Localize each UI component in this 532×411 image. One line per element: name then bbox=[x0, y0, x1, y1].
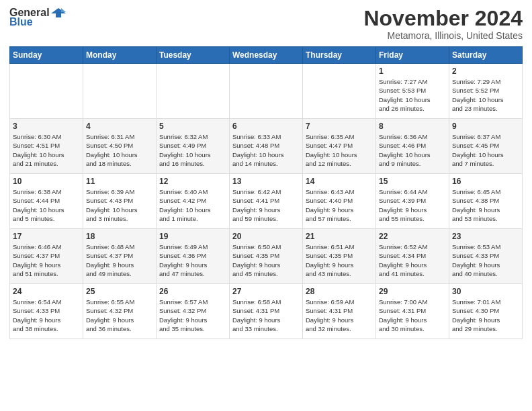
svg-marker-1 bbox=[61, 8, 66, 12]
col-header-thursday: Thursday bbox=[303, 47, 376, 64]
calendar-cell: 10Sunrise: 6:38 AM Sunset: 4:44 PM Dayli… bbox=[10, 174, 83, 229]
day-info: Sunrise: 6:30 AM Sunset: 4:51 PM Dayligh… bbox=[13, 132, 80, 168]
calendar-cell: 21Sunrise: 6:51 AM Sunset: 4:35 PM Dayli… bbox=[303, 229, 376, 284]
col-header-friday: Friday bbox=[376, 47, 449, 64]
col-header-saturday: Saturday bbox=[449, 47, 523, 64]
calendar-week-row: 3Sunrise: 6:30 AM Sunset: 4:51 PM Daylig… bbox=[10, 119, 523, 174]
day-number: 23 bbox=[452, 232, 519, 241]
calendar-cell: 27Sunrise: 6:58 AM Sunset: 4:31 PM Dayli… bbox=[230, 284, 303, 339]
day-number: 13 bbox=[232, 177, 300, 186]
day-info: Sunrise: 6:31 AM Sunset: 4:50 PM Dayligh… bbox=[86, 132, 153, 168]
day-info: Sunrise: 6:39 AM Sunset: 4:43 PM Dayligh… bbox=[86, 187, 153, 223]
col-header-tuesday: Tuesday bbox=[157, 47, 230, 64]
day-number: 5 bbox=[159, 122, 226, 131]
calendar-cell: 14Sunrise: 6:43 AM Sunset: 4:40 PM Dayli… bbox=[303, 174, 376, 229]
day-info: Sunrise: 6:35 AM Sunset: 4:47 PM Dayligh… bbox=[306, 132, 373, 168]
day-number: 29 bbox=[379, 287, 446, 296]
title-section: November 2024 Metamora, Illinois, United… bbox=[363, 7, 523, 41]
day-number: 3 bbox=[13, 122, 80, 131]
day-number: 16 bbox=[452, 177, 519, 186]
day-number: 12 bbox=[159, 177, 226, 186]
calendar-cell: 4Sunrise: 6:31 AM Sunset: 4:50 PM Daylig… bbox=[83, 119, 157, 174]
day-info: Sunrise: 6:33 AM Sunset: 4:48 PM Dayligh… bbox=[232, 132, 300, 168]
day-info: Sunrise: 6:55 AM Sunset: 4:32 PM Dayligh… bbox=[86, 298, 153, 333]
calendar-header-row: SundayMondayTuesdayWednesdayThursdayFrid… bbox=[10, 47, 523, 64]
calendar-cell: 18Sunrise: 6:48 AM Sunset: 4:37 PM Dayli… bbox=[83, 229, 157, 284]
calendar-cell: 8Sunrise: 6:36 AM Sunset: 4:46 PM Daylig… bbox=[376, 119, 449, 174]
day-number: 26 bbox=[159, 287, 226, 296]
day-info: Sunrise: 6:52 AM Sunset: 4:34 PM Dayligh… bbox=[379, 242, 446, 278]
day-number: 24 bbox=[13, 287, 80, 296]
day-number: 18 bbox=[86, 232, 153, 241]
col-header-wednesday: Wednesday bbox=[230, 47, 303, 64]
page-container: General Blue November 2024 Metamora, Ill… bbox=[0, 0, 532, 411]
calendar-cell: 30Sunrise: 7:01 AM Sunset: 4:30 PM Dayli… bbox=[449, 284, 523, 339]
day-number: 21 bbox=[306, 232, 373, 241]
day-number: 17 bbox=[13, 232, 80, 241]
day-info: Sunrise: 6:48 AM Sunset: 4:37 PM Dayligh… bbox=[86, 242, 153, 278]
calendar-cell: 11Sunrise: 6:39 AM Sunset: 4:43 PM Dayli… bbox=[83, 174, 157, 229]
day-number: 1 bbox=[379, 66, 446, 76]
month-title: November 2024 bbox=[363, 7, 523, 30]
svg-marker-0 bbox=[51, 8, 66, 17]
day-number: 15 bbox=[379, 177, 446, 186]
location-subtitle: Metamora, Illinois, United States bbox=[363, 30, 523, 41]
day-info: Sunrise: 6:40 AM Sunset: 4:42 PM Dayligh… bbox=[159, 187, 226, 223]
col-header-sunday: Sunday bbox=[10, 47, 83, 64]
calendar-cell: 9Sunrise: 6:37 AM Sunset: 4:45 PM Daylig… bbox=[449, 119, 523, 174]
logo-text-blue: Blue bbox=[9, 16, 33, 28]
day-info: Sunrise: 6:54 AM Sunset: 4:33 PM Dayligh… bbox=[13, 298, 80, 333]
day-info: Sunrise: 6:51 AM Sunset: 4:35 PM Dayligh… bbox=[306, 242, 373, 278]
day-number: 4 bbox=[86, 122, 153, 131]
calendar-cell: 26Sunrise: 6:57 AM Sunset: 4:32 PM Dayli… bbox=[157, 284, 230, 339]
calendar-cell: 12Sunrise: 6:40 AM Sunset: 4:42 PM Dayli… bbox=[157, 174, 230, 229]
day-number: 19 bbox=[159, 232, 226, 241]
calendar-cell: 15Sunrise: 6:44 AM Sunset: 4:39 PM Dayli… bbox=[376, 174, 449, 229]
calendar-cell: 25Sunrise: 6:55 AM Sunset: 4:32 PM Dayli… bbox=[83, 284, 157, 339]
day-info: Sunrise: 6:50 AM Sunset: 4:35 PM Dayligh… bbox=[232, 242, 300, 278]
day-info: Sunrise: 7:00 AM Sunset: 4:31 PM Dayligh… bbox=[379, 298, 446, 333]
calendar-table: SundayMondayTuesdayWednesdayThursdayFrid… bbox=[9, 46, 523, 339]
day-info: Sunrise: 7:29 AM Sunset: 5:52 PM Dayligh… bbox=[452, 77, 519, 113]
day-info: Sunrise: 6:38 AM Sunset: 4:44 PM Dayligh… bbox=[13, 187, 80, 223]
day-number: 25 bbox=[86, 287, 153, 296]
day-number: 14 bbox=[306, 177, 373, 186]
day-number: 28 bbox=[306, 287, 373, 296]
calendar-cell: 20Sunrise: 6:50 AM Sunset: 4:35 PM Dayli… bbox=[230, 229, 303, 284]
calendar-cell: 16Sunrise: 6:45 AM Sunset: 4:38 PM Dayli… bbox=[449, 174, 523, 229]
calendar-week-row: 1Sunrise: 7:27 AM Sunset: 5:53 PM Daylig… bbox=[10, 64, 523, 119]
calendar-cell: 2Sunrise: 7:29 AM Sunset: 5:52 PM Daylig… bbox=[449, 64, 523, 119]
day-number: 8 bbox=[379, 122, 446, 131]
calendar-cell bbox=[230, 64, 303, 119]
day-number: 22 bbox=[379, 232, 446, 241]
day-number: 27 bbox=[232, 287, 300, 296]
day-info: Sunrise: 6:58 AM Sunset: 4:31 PM Dayligh… bbox=[232, 298, 300, 333]
calendar-cell: 17Sunrise: 6:46 AM Sunset: 4:37 PM Dayli… bbox=[10, 229, 83, 284]
day-info: Sunrise: 6:57 AM Sunset: 4:32 PM Dayligh… bbox=[159, 298, 226, 333]
day-number: 9 bbox=[452, 122, 519, 131]
day-info: Sunrise: 6:44 AM Sunset: 4:39 PM Dayligh… bbox=[379, 187, 446, 223]
day-number: 20 bbox=[232, 232, 300, 241]
day-info: Sunrise: 6:46 AM Sunset: 4:37 PM Dayligh… bbox=[13, 242, 80, 278]
calendar-cell: 24Sunrise: 6:54 AM Sunset: 4:33 PM Dayli… bbox=[10, 284, 83, 339]
day-info: Sunrise: 6:59 AM Sunset: 4:31 PM Dayligh… bbox=[306, 298, 373, 333]
calendar-cell: 28Sunrise: 6:59 AM Sunset: 4:31 PM Dayli… bbox=[303, 284, 376, 339]
calendar-cell: 6Sunrise: 6:33 AM Sunset: 4:48 PM Daylig… bbox=[230, 119, 303, 174]
calendar-week-row: 10Sunrise: 6:38 AM Sunset: 4:44 PM Dayli… bbox=[10, 174, 523, 229]
day-info: Sunrise: 6:49 AM Sunset: 4:36 PM Dayligh… bbox=[159, 242, 226, 278]
calendar-cell: 13Sunrise: 6:42 AM Sunset: 4:41 PM Dayli… bbox=[230, 174, 303, 229]
calendar-cell bbox=[303, 64, 376, 119]
day-info: Sunrise: 6:42 AM Sunset: 4:41 PM Dayligh… bbox=[232, 187, 300, 223]
day-info: Sunrise: 7:01 AM Sunset: 4:30 PM Dayligh… bbox=[452, 298, 519, 333]
col-header-monday: Monday bbox=[83, 47, 157, 64]
page-header: General Blue November 2024 Metamora, Ill… bbox=[9, 7, 523, 41]
day-info: Sunrise: 6:36 AM Sunset: 4:46 PM Dayligh… bbox=[379, 132, 446, 168]
day-number: 6 bbox=[232, 122, 300, 131]
calendar-cell bbox=[157, 64, 230, 119]
day-number: 30 bbox=[452, 287, 519, 296]
calendar-cell: 3Sunrise: 6:30 AM Sunset: 4:51 PM Daylig… bbox=[10, 119, 83, 174]
day-info: Sunrise: 6:37 AM Sunset: 4:45 PM Dayligh… bbox=[452, 132, 519, 168]
day-number: 11 bbox=[86, 177, 153, 186]
calendar-cell: 23Sunrise: 6:53 AM Sunset: 4:33 PM Dayli… bbox=[449, 229, 523, 284]
logo-bird-icon bbox=[51, 7, 66, 19]
